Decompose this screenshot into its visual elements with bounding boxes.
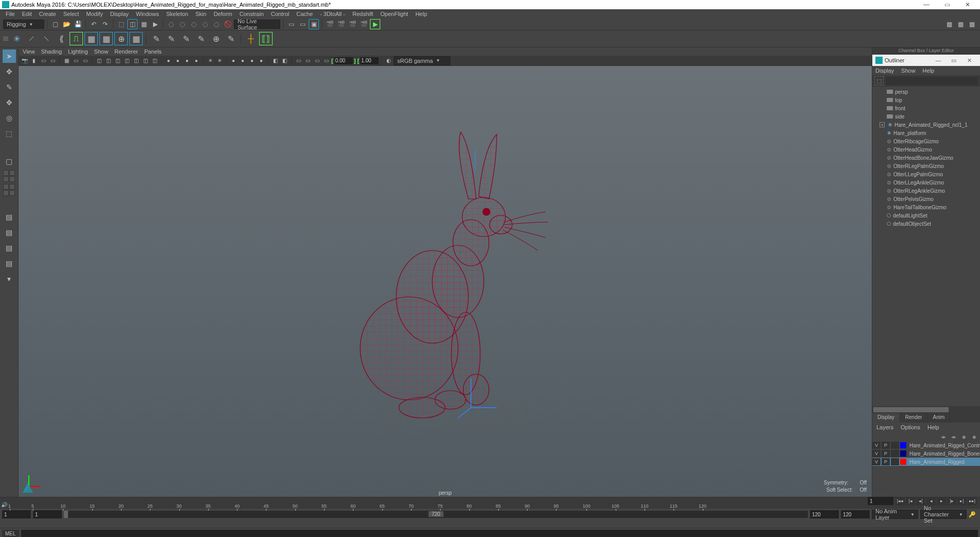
panel-over-icon[interactable]: ▭	[313, 57, 321, 65]
construction-history-icon[interactable]: ▭	[286, 19, 296, 29]
layout-quad-icon[interactable]	[3, 170, 15, 182]
color-mgmt-icon[interactable]: ◐	[384, 57, 393, 65]
outliner-item[interactable]: persp	[872, 88, 980, 96]
audio-icon[interactable]: 🔊	[1, 502, 7, 508]
menu-help[interactable]: Help	[412, 11, 431, 17]
layer-row[interactable]: VPHare_Animated_Rigged_Bones	[872, 449, 980, 458]
panel-dof-icon[interactable]: ●	[192, 57, 200, 65]
shelf-grid-4-icon[interactable]: ▦	[129, 32, 143, 45]
render-settings-icon[interactable]: 🎬	[347, 19, 358, 29]
shelf-snowflake-icon[interactable]: ✳	[10, 32, 23, 45]
layer-color-swatch[interactable]	[900, 442, 906, 448]
outliner-scrollbar[interactable]	[872, 406, 980, 413]
menu-display[interactable]: Display	[107, 11, 132, 17]
scale-tool[interactable]: ⬚	[3, 127, 16, 140]
menu-control[interactable]: Control	[267, 11, 293, 17]
playblast-icon[interactable]: ▶	[370, 19, 380, 29]
layer-display-type[interactable]	[891, 458, 899, 465]
outliner-item[interactable]: ⚙OtterLLegAnkleGizmo	[872, 178, 980, 187]
menu-modify[interactable]: Modify	[82, 11, 106, 17]
outliner-titlebar[interactable]: Outliner — ▭ ✕	[872, 55, 980, 66]
select-component-icon[interactable]: ▦	[139, 19, 149, 29]
menu-edit[interactable]: Edit	[19, 11, 36, 17]
range-end-outer-input[interactable]	[841, 510, 870, 518]
select-mode-icon[interactable]: ▶	[150, 19, 160, 29]
outliner-close-button[interactable]: ✕	[961, 57, 977, 64]
layer-visible-toggle[interactable]: V	[872, 450, 881, 457]
shelf-brush-4-icon[interactable]: ✎	[194, 32, 208, 45]
shelf-brush-6-icon[interactable]: ✎	[224, 32, 238, 45]
shelf-brush-2-icon[interactable]: ✎	[164, 32, 178, 45]
snap-live-icon[interactable]: ◌	[211, 19, 222, 29]
range-start-inner-input[interactable]	[33, 510, 62, 518]
layer-playback-toggle[interactable]: P	[882, 450, 890, 457]
hypershade-icon[interactable]: 🎬	[359, 19, 369, 29]
menu--3dtoall-[interactable]: - 3DtoAll -	[316, 11, 349, 17]
shelf-tool-3-icon[interactable]: ⟪	[55, 32, 68, 45]
shelf-skeleton-icon[interactable]: ⎍	[70, 32, 83, 45]
shelf-brush-5-icon[interactable]: ⊕	[209, 32, 223, 45]
step-forward-button[interactable]: |▸	[947, 497, 956, 505]
anim-layer-dropdown[interactable]: No Anim Layer▼	[872, 510, 918, 519]
outliner-item[interactable]: ⚙OtterHeadGizmo	[872, 145, 980, 154]
snap-grid-icon[interactable]: ◌	[166, 19, 176, 29]
panel-light-use-icon[interactable]: ●	[229, 57, 238, 65]
undo-icon[interactable]: ↶	[89, 19, 99, 29]
layer-new-icon[interactable]: ◆	[960, 433, 968, 440]
outliner-menu-show[interactable]: Show	[901, 68, 916, 74]
close-button[interactable]: ✕	[957, 1, 978, 8]
panel-light-icon[interactable]: ◫	[123, 57, 131, 65]
panel-menu-show[interactable]: Show	[94, 48, 109, 55]
character-set-dropdown[interactable]: No Character Set▼	[920, 510, 967, 519]
panel-layout-3-icon[interactable]: ▦	[967, 19, 977, 29]
panel-cam-icon[interactable]: 📷	[21, 57, 29, 65]
outliner-tree[interactable]: persptopfrontside+✳Hare_Animated_Rigged_…	[872, 87, 980, 406]
shelf-brush-1-icon[interactable]: ✎	[149, 32, 163, 45]
time-slider[interactable]: 🔊 15101520253035404550556065707580859095…	[0, 497, 980, 509]
save-scene-icon[interactable]: 💾	[73, 19, 83, 29]
layer-visible-toggle[interactable]: V	[872, 442, 881, 449]
layout-misc-icon[interactable]: ▾	[3, 272, 16, 286]
layout-single-icon[interactable]: ▢	[3, 155, 16, 168]
outliner-item[interactable]: ⚙OtterRibcageGizmo	[872, 137, 980, 145]
panel-grid-icon[interactable]: ▦	[62, 57, 71, 65]
open-scene-icon[interactable]: 📂	[61, 19, 72, 29]
select-object-icon[interactable]: ◫	[127, 19, 138, 29]
panel-exposure-icon[interactable]: ☀	[206, 57, 214, 65]
panel-film-icon[interactable]: ▭	[72, 57, 80, 65]
color-mgmt-dropdown[interactable]: sRGB gamma ▼	[394, 56, 450, 65]
step-forward-key-button[interactable]: ▸|	[957, 497, 967, 505]
command-input[interactable]	[21, 530, 978, 538]
outliner-filter-icon[interactable]: ⬚	[874, 76, 884, 86]
lasso-tool[interactable]: ✥	[3, 65, 16, 78]
outliner-item[interactable]: +✳Hare_Animated_Rigged_ncl1_1	[872, 121, 980, 129]
minimize-button[interactable]: —	[916, 1, 937, 8]
snap-plane-icon[interactable]: ◌	[200, 19, 210, 29]
outliner-item[interactable]: ✳Hare_platform	[872, 129, 980, 137]
near-clip-input[interactable]	[334, 57, 353, 64]
menu-deform[interactable]: Deform	[210, 11, 236, 17]
menu-select[interactable]: Select	[60, 11, 83, 17]
outliner-item[interactable]: front	[872, 104, 980, 112]
render-frame-icon[interactable]: 🎬	[325, 19, 335, 29]
panel-xray-icon[interactable]: ◫	[150, 57, 159, 65]
panel-safe-icon[interactable]: ▭	[81, 57, 89, 65]
shelf-cross-icon[interactable]: ┼	[244, 32, 258, 45]
panel-light-none-icon[interactable]: ●	[257, 57, 265, 65]
panel-iso-icon[interactable]: ◫	[141, 57, 149, 65]
outliner-item[interactable]: ⚙OtterPelvisGizmo	[872, 195, 980, 203]
panel-texture-icon[interactable]: ◫	[113, 57, 122, 65]
panel-menu-renderer[interactable]: Renderer	[114, 48, 138, 55]
outliner-menu-display[interactable]: Display	[875, 68, 894, 74]
panel-aa-icon[interactable]: ●	[183, 57, 191, 65]
panel-gate-icon[interactable]: ▭	[303, 57, 312, 65]
persp-viewport[interactable]: Symmetry: Off Soft Select: Off persp	[19, 66, 872, 497]
play-back-button[interactable]: ◂	[926, 497, 936, 505]
menu-create[interactable]: Create	[36, 11, 60, 17]
interactive-creation-icon[interactable]: 🚫	[223, 19, 233, 29]
far-clip-input[interactable]	[360, 57, 379, 64]
layer-display-type[interactable]	[891, 450, 899, 457]
select-hierarchy-icon[interactable]: ⬚	[116, 19, 126, 29]
layer-playback-toggle[interactable]: P	[882, 442, 890, 449]
layer-tab-render[interactable]: Render	[900, 413, 928, 423]
